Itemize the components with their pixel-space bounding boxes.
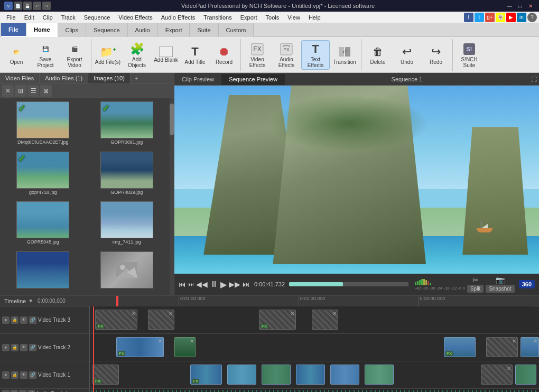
track-link-btn[interactable]: 🔗 <box>29 316 36 324</box>
menu-clip[interactable]: Clip <box>39 13 57 22</box>
clip[interactable]: ✕ <box>521 337 539 357</box>
list-item[interactable]: ✓ GOPR0691.jpg <box>86 100 168 148</box>
snapchat-icon[interactable]: 👻 <box>496 13 505 22</box>
clip[interactable] <box>330 365 359 385</box>
clip-close-button[interactable]: ✕ <box>169 311 173 316</box>
menu-tools[interactable]: Tools <box>262 13 284 22</box>
clip-close-button[interactable]: ✕ <box>290 311 294 316</box>
delete-button[interactable]: 🗑 Delete <box>364 40 392 70</box>
clip[interactable] <box>227 365 256 385</box>
tab-clip-preview[interactable]: Clip Preview <box>174 73 221 85</box>
track-mute-btn[interactable]: ● <box>2 316 10 324</box>
media-view-tool[interactable]: ⊞ <box>15 85 26 97</box>
split-button[interactable]: Split <box>467 285 484 293</box>
menu-view[interactable]: View <box>283 13 304 22</box>
clip[interactable]: ✕ <box>174 337 196 357</box>
close-button[interactable]: ✕ <box>526 2 535 10</box>
media-delete-tool[interactable]: ✕ <box>2 85 14 97</box>
media-tab-images[interactable]: Images (10) <box>88 73 131 83</box>
clip[interactable]: FX ✕ <box>116 337 164 357</box>
list-item[interactable]: GOPR4829.jpg <box>86 151 168 199</box>
next-clip-button[interactable]: ⏭ <box>243 280 250 288</box>
track-vis-audio-btn[interactable]: 👁 <box>19 390 26 392</box>
track-content-video1[interactable]: FX FX <box>90 361 539 388</box>
clip-close-button[interactable]: ✕ <box>132 311 136 316</box>
tab-home[interactable]: Home <box>26 23 58 37</box>
pause-button[interactable]: ⏸ <box>210 279 218 289</box>
clip[interactable] <box>296 365 325 385</box>
record-button[interactable]: ⏺ Record <box>210 40 238 70</box>
add-file-button[interactable]: 📁+ Add File(s) <box>94 40 122 70</box>
media-scrollbar[interactable] <box>170 98 174 295</box>
track-content-video3[interactable]: FX ✕ ✕ FX ✕ ✕ <box>90 306 539 333</box>
tab-sequence[interactable]: Sequence <box>86 23 128 37</box>
tab-suite[interactable]: Suite <box>190 23 218 37</box>
clip[interactable]: FX <box>444 337 476 357</box>
media-list-tool[interactable]: ☰ <box>27 85 39 97</box>
forward-button[interactable]: ▶▶ <box>229 280 240 288</box>
menu-audio-effects[interactable]: Audio Effects <box>157 13 200 22</box>
save-project-button[interactable]: 💾 Save Project <box>31 40 60 70</box>
transition-button[interactable]: ⇄ Transition <box>330 40 359 70</box>
clip-close-button[interactable]: ✕ <box>533 338 537 344</box>
menu-sequence[interactable]: Sequence <box>80 13 115 22</box>
clip[interactable]: ✕ <box>148 310 174 330</box>
track-link-btn[interactable]: 🔗 <box>29 344 36 351</box>
clip-close-button[interactable]: ✕ <box>190 338 194 344</box>
track-mute-btn[interactable]: ● <box>2 371 10 379</box>
track-lock-audio-btn[interactable]: 🔒 <box>11 390 18 392</box>
media-scrollbar-thumb[interactable] <box>170 104 174 135</box>
clip[interactable]: ✕ <box>486 337 518 357</box>
redo-button[interactable]: ↪ Redo <box>422 40 450 70</box>
menu-video-effects[interactable]: Video Effects <box>114 13 156 22</box>
export-video-button[interactable]: 🎬 Export Video <box>60 40 89 70</box>
window-controls[interactable]: — □ ✕ <box>505 2 535 10</box>
clip-close-button[interactable]: ✕ <box>512 338 516 344</box>
track-vis-btn[interactable]: 👁 <box>20 344 27 351</box>
track-content-video2[interactable]: FX ✕ ✕ FX ✕ ✕ <box>90 334 539 361</box>
clip[interactable] <box>262 365 291 385</box>
list-item[interactable] <box>86 250 168 293</box>
progress-bar[interactable] <box>289 282 408 286</box>
open-button[interactable]: 📂 Open <box>2 40 31 70</box>
add-title-button[interactable]: T Add Title <box>181 40 209 70</box>
media-tab-audio[interactable]: Audio Files (1) <box>40 73 88 83</box>
media-tab-video[interactable]: Video Files <box>0 73 40 83</box>
list-item[interactable]: ✓ DMqt6ClUEAAO2ET.jpg <box>2 100 84 148</box>
track-lock-btn[interactable]: 🔒 <box>11 371 18 379</box>
tab-clips[interactable]: Clips <box>58 23 86 37</box>
maximize-button[interactable]: □ <box>516 2 524 10</box>
track-lock-btn[interactable]: 🔒 <box>11 316 18 324</box>
clip-close-button[interactable]: ✕ <box>507 366 511 371</box>
prev-clip-button[interactable]: ⏭ <box>188 281 194 287</box>
rewind-button[interactable]: ◀◀ <box>196 280 208 288</box>
menu-edit[interactable]: Edit <box>20 13 39 22</box>
menu-file[interactable]: File <box>2 13 20 22</box>
list-item[interactable]: img_7411.jpg <box>86 200 168 248</box>
add-blank-button[interactable]: Add Blank <box>152 40 180 70</box>
track-vis-btn[interactable]: 👁 <box>20 316 27 324</box>
list-item[interactable]: GOPR5045.jpg <box>2 200 84 248</box>
track-content-audio1[interactable] <box>90 389 539 392</box>
list-item[interactable]: ✓ gopr4718.jpg <box>2 151 84 199</box>
text-effects-button[interactable]: T Text Effects <box>301 40 330 70</box>
tab-export[interactable]: Export <box>158 23 190 37</box>
clip[interactable]: ✕ <box>481 365 513 385</box>
menu-transitions[interactable]: Transitions <box>199 13 236 22</box>
media-tab-add[interactable]: + <box>131 73 142 83</box>
track-link-audio-btn[interactable]: 🔗 <box>27 390 35 392</box>
clip[interactable] <box>365 365 394 385</box>
badge-360[interactable]: 360 <box>519 280 535 288</box>
play-button[interactable]: ▶ <box>220 279 227 290</box>
fullscreen-button[interactable]: ⛶ <box>529 74 539 85</box>
media-sort-tool[interactable]: ⊠ <box>40 85 52 97</box>
clip[interactable]: FX ✕ <box>95 310 137 330</box>
snch-suite-button[interactable]: S! S!NCH Suite <box>455 40 484 70</box>
timeline-ruler[interactable]: 0:01:00.000 0:02:00.000 0:03:00.000 <box>90 296 534 306</box>
youtube-icon[interactable]: ▶ <box>506 13 516 22</box>
video-effects-button[interactable]: FX Video Effects <box>243 40 272 70</box>
clip-close-button[interactable]: ✕ <box>158 338 162 344</box>
track-mute-audio-btn[interactable]: ● <box>2 390 10 392</box>
clip-close-button[interactable]: ✕ <box>332 311 337 316</box>
google-plus-icon[interactable]: g+ <box>485 13 495 22</box>
